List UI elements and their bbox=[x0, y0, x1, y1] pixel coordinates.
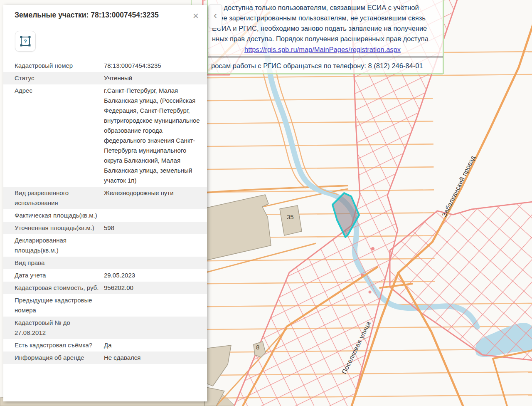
row-value bbox=[100, 295, 202, 315]
registration-link-row: https://rgis.spb.ru/map/MainPages/regist… bbox=[244, 45, 401, 55]
close-panel-button[interactable]: ✕ bbox=[191, 12, 200, 21]
row-label: Кадастровый № до 27.08.2012 bbox=[3, 318, 100, 338]
row-value: 78:13:0007454:3235 bbox=[100, 61, 202, 71]
notification-line-4: нных прав доступа. Порядок получения рас… bbox=[212, 34, 429, 44]
parcel-info-panel: Земельные участки: 78:13:0007454:3235 ✕ … bbox=[3, 5, 207, 401]
row-label: Дата учета bbox=[3, 270, 100, 280]
row-value bbox=[100, 258, 202, 268]
panel-title: Земельные участки: 78:13:0007454:3235 bbox=[15, 11, 159, 19]
table-row: СтатусУчтенный bbox=[3, 72, 207, 84]
row-value bbox=[100, 235, 202, 255]
chevron-left-icon: ‹ bbox=[214, 10, 217, 20]
building-8-label: 8 bbox=[256, 344, 259, 351]
identify-parcel-icon: ? bbox=[19, 35, 32, 47]
table-row: Адресг.Санкт-Петербург, Малая Балканская… bbox=[3, 84, 207, 187]
row-label: Адрес bbox=[3, 86, 100, 186]
table-row: Информация об арендеНе сдавался bbox=[3, 352, 207, 364]
notification-line-1: ИС доступна только пользователям, связав… bbox=[212, 2, 419, 13]
row-value: Не сдавался bbox=[100, 353, 202, 363]
attribute-table: Кадастровый номер78:13:0007454:3235Стату… bbox=[3, 59, 207, 364]
table-row: Кадастровая стоимость, руб.956202.00 bbox=[3, 282, 207, 294]
table-row: Предыдущие кадастровые номера bbox=[3, 294, 207, 317]
row-label: Вид разрешенного использования bbox=[3, 188, 100, 208]
app-stage: 35 8 Забалканский проезд Поселковая улиц… bbox=[0, 0, 532, 406]
row-value: Железнодорожные пути bbox=[100, 188, 202, 208]
row-label: Есть кадастровая съёмка? bbox=[3, 340, 100, 350]
row-label: Кадастровый номер bbox=[3, 61, 100, 71]
row-value: Учтенный bbox=[100, 73, 202, 83]
row-label: Информация об аренде bbox=[3, 353, 100, 363]
row-value: Да bbox=[100, 340, 202, 350]
row-value: г.Санкт-Петербург, Малая Балканская улиц… bbox=[100, 86, 202, 186]
row-label: Статус bbox=[3, 73, 100, 83]
table-row: Кадастровый № до 27.08.2012 bbox=[3, 317, 207, 339]
row-label: Вид права bbox=[3, 258, 100, 268]
notification-line-2: анее зарегистрированным пользователям, н… bbox=[212, 13, 426, 23]
table-row: Декларированная площадь(кв.м.) bbox=[3, 234, 207, 257]
row-value bbox=[100, 318, 202, 338]
row-label: Фактическая площадь(кв.м.) bbox=[3, 210, 100, 220]
panel-header: Земельные участки: 78:13:0007454:3235 ✕ bbox=[3, 5, 207, 20]
table-row: Есть кадастровая съёмка?Да bbox=[3, 339, 207, 352]
building-35-label: 35 bbox=[287, 213, 294, 220]
row-value: 29.05.2023 bbox=[100, 270, 202, 280]
row-label: Уточненная площадь(кв.м.) bbox=[3, 223, 100, 233]
table-row: Кадастровый номер78:13:0007454:3235 bbox=[3, 59, 207, 72]
row-label: Кадастровая стоимость, руб. bbox=[3, 283, 100, 293]
row-value bbox=[100, 210, 202, 220]
table-row: Фактическая площадь(кв.м.) bbox=[3, 209, 207, 222]
identify-parcel-button[interactable]: ? bbox=[15, 31, 36, 52]
table-row: Вид права bbox=[3, 257, 207, 269]
notification-phone-line: росам работы с РГИС обращаться по телефо… bbox=[211, 61, 423, 71]
table-row: Вид разрешенного использованияЖелезнодор… bbox=[3, 187, 207, 209]
notification-divider bbox=[208, 57, 443, 57]
notification-banner: ИС доступна только пользователям, связав… bbox=[207, 0, 444, 74]
table-row: Дата учета29.05.2023 bbox=[3, 269, 207, 282]
row-label: Декларированная площадь(кв.м.) bbox=[3, 235, 100, 255]
table-row: Уточненная площадь(кв.м.)598 bbox=[3, 222, 207, 234]
row-label: Предыдущие кадастровые номера bbox=[3, 295, 100, 315]
collapse-banner-button[interactable]: ‹ bbox=[209, 4, 222, 28]
row-value: 598 bbox=[100, 223, 202, 233]
svg-text:?: ? bbox=[24, 38, 27, 45]
row-value: 956202.00 bbox=[100, 283, 202, 293]
notification-line-3: ЕСИА и РГИС, необходимо заново подать за… bbox=[212, 23, 427, 34]
registration-link[interactable]: https://rgis.spb.ru/map/MainPages/regist… bbox=[244, 46, 401, 53]
